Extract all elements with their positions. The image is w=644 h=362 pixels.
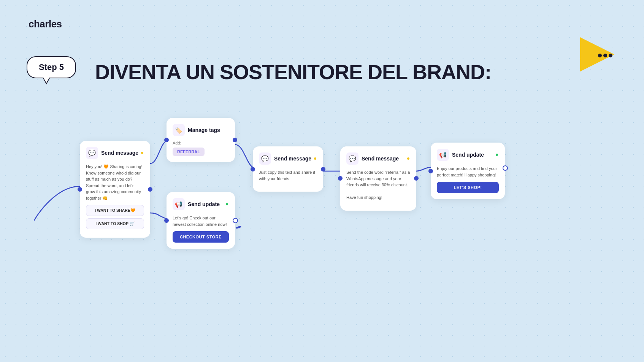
svg-point-3: [609, 54, 612, 57]
svg-point-2: [603, 54, 607, 57]
card-body-3: Let's go! Check out our newest collectio…: [173, 215, 229, 227]
triangle-decoration: [576, 33, 618, 77]
card-body-6: Enjoy our products and find your perfect…: [437, 165, 499, 178]
connector-dot-left-6: [428, 169, 433, 173]
checkout-store-button[interactable]: CHECKOUT STORE: [173, 231, 229, 243]
connector-dot-left-4: [251, 167, 255, 171]
status-dot-3: [225, 202, 229, 206]
connector-dot-right-5: [414, 176, 419, 181]
card-title-2: Manage tags: [188, 127, 220, 133]
card-header-4: 💬 Send message: [259, 152, 317, 165]
connector-dot-left-5: [338, 176, 343, 181]
connector-dot-left-3: [164, 218, 169, 223]
connector-dot-right-4: [321, 167, 325, 171]
status-dot-4: [313, 157, 317, 160]
send-update-icon-1: 📢: [173, 198, 185, 210]
lets-shop-button[interactable]: LET'S SHOP!: [437, 182, 499, 193]
card-send-message-3: 💬 Send message Send the code word "refer…: [340, 146, 416, 211]
status-dot-1: [140, 151, 144, 155]
connector-dot-left-2: [164, 138, 169, 142]
card-header-5: 💬 Send message: [346, 152, 410, 165]
status-dot-6: [495, 153, 499, 157]
svg-point-1: [598, 54, 602, 57]
share-button-1[interactable]: I WANT TO SHARE🧡: [86, 205, 144, 216]
card-title-4: Send message: [274, 156, 311, 162]
card-title-5: Send message: [362, 156, 399, 162]
card-body-4: Just copy this text and share it with yo…: [259, 169, 317, 182]
step-badge: Step 5: [27, 56, 76, 78]
card-title-6: Send update: [452, 152, 484, 158]
send-message-icon-3: 💬: [346, 152, 358, 165]
card-manage-tags: 🏷️ Manage tags Add: REFERRAL: [167, 118, 235, 162]
main-title: DIVENTA UN SOSTENITORE DEL BRAND:: [95, 60, 491, 84]
card-body-1: Hey you! 🧡 Sharing is caring! Know someo…: [86, 164, 144, 201]
send-message-icon-1: 💬: [86, 147, 98, 159]
status-dot-5: [406, 157, 410, 160]
send-message-icon-2: 💬: [259, 152, 271, 165]
card-send-message-2: 💬 Send message Just copy this text and s…: [253, 146, 323, 192]
manage-tags-icon: 🏷️: [173, 124, 185, 136]
card-send-update-checkout: 📢 Send update Let's go! Check out our ne…: [167, 192, 235, 249]
card-title-3: Send update: [188, 201, 220, 207]
card-header-1: 💬 Send message: [86, 147, 144, 159]
card-header-6: 📢 Send update: [437, 149, 499, 161]
card-title-1: Send message: [101, 150, 138, 156]
card-header-3: 📢 Send update: [173, 198, 229, 210]
send-update-icon-2: 📢: [437, 149, 449, 161]
tag-add-label: Add:: [173, 141, 229, 145]
card-send-message-1: 💬 Send message Hey you! 🧡 Sharing is car…: [80, 141, 150, 238]
circle-deco-6: [503, 165, 508, 171]
connector-dot-right-1: [148, 187, 152, 192]
connector-dot-right-2: [233, 138, 237, 142]
card-body-5: Send the code word "referral" as a Whats…: [346, 169, 410, 201]
shop-button-1[interactable]: I WANT TO SHOP 🛒: [86, 218, 144, 229]
connector-dot-left-1: [78, 187, 82, 192]
circle-deco-3: [233, 218, 238, 223]
logo: charles: [29, 18, 62, 30]
tag-badge: REFERRAL: [173, 148, 205, 156]
card-send-update-shop: 📢 Send update Enjoy our products and fin…: [431, 143, 505, 199]
card-header-2: 🏷️ Manage tags: [173, 124, 229, 136]
